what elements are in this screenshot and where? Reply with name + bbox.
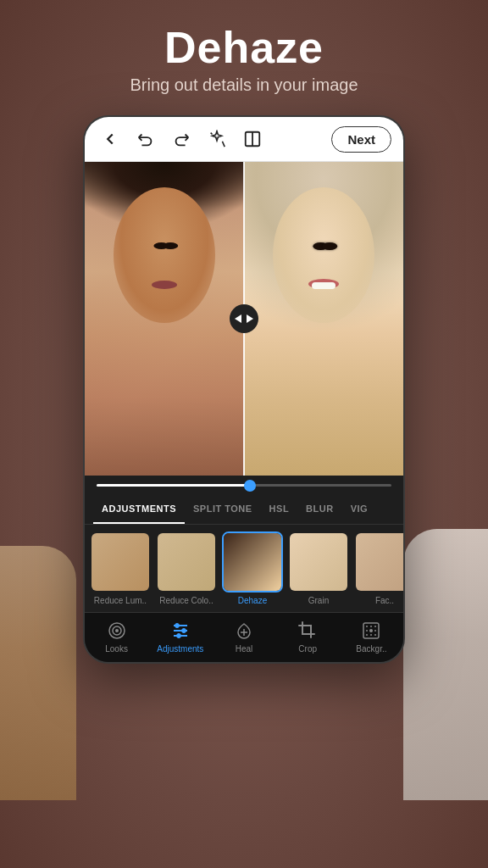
svg-point-12 xyxy=(176,634,180,638)
svg-point-23 xyxy=(374,630,376,632)
thumb-grain[interactable]: Grain xyxy=(288,531,349,605)
nav-label-background: Backgr.. xyxy=(356,644,386,654)
header-section: Dehaze Bring out details in your image xyxy=(0,0,488,103)
nav-heal[interactable]: Heal xyxy=(212,620,275,654)
tab-blur[interactable]: BLUR xyxy=(297,495,342,524)
svg-point-18 xyxy=(374,626,376,627)
svg-point-11 xyxy=(181,629,186,633)
svg-point-22 xyxy=(366,630,368,632)
svg-point-21 xyxy=(370,626,372,627)
nav-adjustments[interactable]: Adjustments xyxy=(148,620,212,654)
nav-label-looks: Looks xyxy=(105,644,128,654)
looks-icon xyxy=(106,620,128,642)
svg-point-20 xyxy=(374,634,376,636)
magic-button[interactable] xyxy=(203,125,230,153)
toolbar-left xyxy=(97,125,323,153)
tab-vig[interactable]: VIG xyxy=(342,495,376,524)
nav-label-adjustments: Adjustments xyxy=(157,644,203,654)
tabs-row: ADJUSTMENTS SPLIT TONE HSL BLUR VIG xyxy=(85,495,403,525)
tab-split-tone[interactable]: SPLIT TONE xyxy=(185,495,261,524)
thumb-img-2 xyxy=(156,531,217,593)
back-button[interactable] xyxy=(97,125,124,153)
bottom-nav: Looks Adjustments xyxy=(85,612,403,662)
image-area xyxy=(85,162,403,476)
background-icon xyxy=(360,620,382,642)
crop-icon xyxy=(297,620,319,642)
nav-background[interactable]: Backgr.. xyxy=(340,620,403,654)
thumb-face[interactable]: Fac.. xyxy=(354,531,403,605)
svg-point-24 xyxy=(370,634,372,636)
compare-button[interactable] xyxy=(239,125,266,153)
thumb-label-1: Reduce Lum.. xyxy=(94,596,147,605)
thumb-img-5 xyxy=(354,531,403,593)
nav-looks[interactable]: Looks xyxy=(85,620,148,654)
thumb-label-4: Grain xyxy=(308,596,329,605)
image-after xyxy=(244,162,403,476)
svg-point-10 xyxy=(175,624,179,628)
svg-point-16 xyxy=(369,629,373,632)
svg-line-1 xyxy=(211,133,213,135)
svg-point-17 xyxy=(366,626,368,627)
thumb-reduce-lum[interactable]: Reduce Lum.. xyxy=(90,531,151,605)
slider-track[interactable] xyxy=(97,484,391,487)
thumb-reduce-color[interactable]: Reduce Colo.. xyxy=(156,531,217,605)
thumb-label-3: Dehaze xyxy=(238,596,267,605)
nav-label-crop: Crop xyxy=(298,644,317,654)
phone-frame: Next xyxy=(83,115,405,664)
thumbnails-row: Reduce Lum.. Reduce Colo.. Dehaze Grain xyxy=(85,525,403,612)
redo-button[interactable] xyxy=(168,125,195,153)
bg-figure-right xyxy=(403,529,488,800)
slider-area xyxy=(85,476,403,495)
split-handle[interactable] xyxy=(230,304,258,333)
svg-point-6 xyxy=(115,629,119,632)
nav-label-heal: Heal xyxy=(236,644,253,654)
thumb-label-5: Fac.. xyxy=(375,596,394,605)
heal-icon xyxy=(233,620,255,642)
slider-fill xyxy=(97,484,250,487)
thumb-img-4 xyxy=(288,531,349,593)
page-title: Dehaze xyxy=(0,24,488,72)
thumb-dehaze[interactable]: Dehaze xyxy=(222,531,283,605)
thumb-img-3 xyxy=(222,531,283,593)
tab-hsl[interactable]: HSL xyxy=(261,495,298,524)
undo-button[interactable] xyxy=(132,125,159,153)
image-before xyxy=(85,162,244,476)
slider-thumb[interactable] xyxy=(244,480,256,492)
page-subtitle: Bring out details in your image xyxy=(0,75,488,95)
svg-point-19 xyxy=(366,634,368,636)
thumb-label-2: Reduce Colo.. xyxy=(159,596,213,605)
tab-adjustments[interactable]: ADJUSTMENTS xyxy=(93,495,185,524)
nav-crop[interactable]: Crop xyxy=(276,620,340,654)
app-bar: Next xyxy=(85,117,403,162)
adjustments-icon xyxy=(169,620,191,642)
bg-figure-left xyxy=(0,546,76,800)
thumb-img-1 xyxy=(90,531,151,593)
svg-line-0 xyxy=(222,142,225,147)
next-button[interactable]: Next xyxy=(331,126,391,153)
